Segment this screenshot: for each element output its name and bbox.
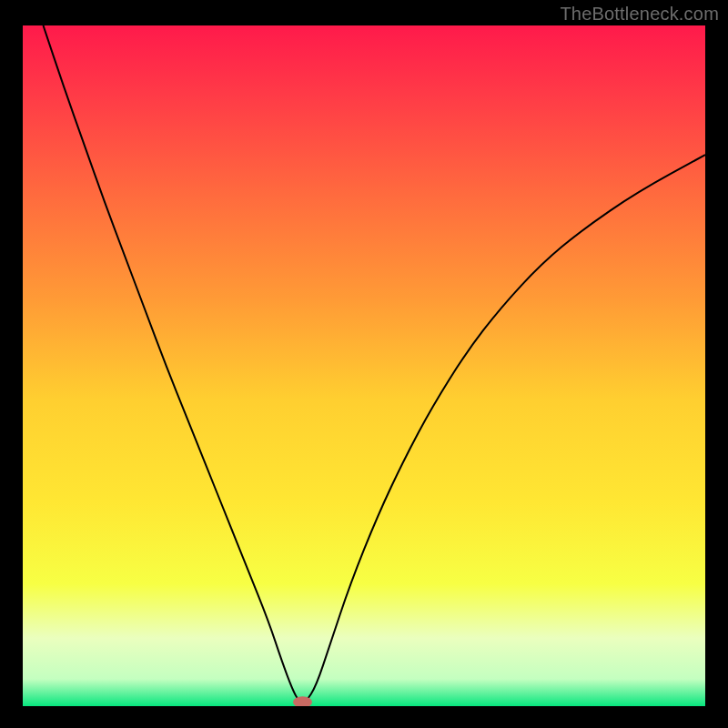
chart-container: TheBottleneck.com [0,0,728,728]
watermark-text: TheBottleneck.com [560,4,719,25]
plot-area [23,25,705,706]
chart-svg [23,25,705,706]
gradient-background [23,25,705,706]
